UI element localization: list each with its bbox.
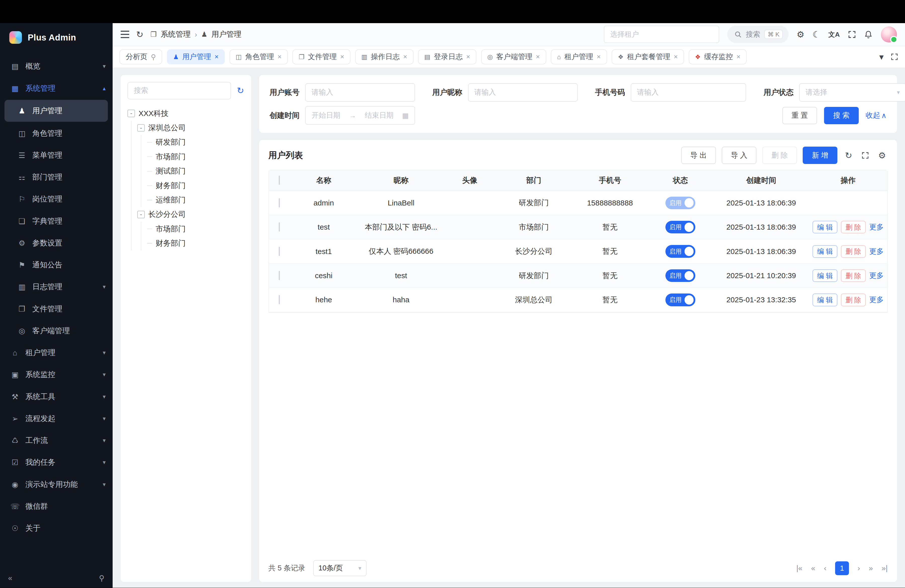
more-button[interactable]: 更多 <box>869 246 884 256</box>
table-refresh-icon[interactable]: ↻ <box>843 150 854 161</box>
sidebar-item-system-monitor[interactable]: ▣系统监控▾ <box>0 364 113 386</box>
row-checkbox[interactable] <box>279 198 280 208</box>
pin-icon[interactable]: ⚲ <box>151 53 156 61</box>
hamburger-menu-icon[interactable] <box>121 31 129 38</box>
fullscreen-icon[interactable] <box>848 30 856 38</box>
collapse-sidebar-icon[interactable]: « <box>8 574 12 582</box>
sidebar-item-wechat-group[interactable]: ☏微信群 <box>0 496 113 517</box>
tree-search-input[interactable]: 搜索 <box>127 82 231 99</box>
date-range-input[interactable]: 开始日期 → 结束日期 ▦ <box>305 106 415 124</box>
status-toggle[interactable]: 启用 <box>665 269 695 282</box>
sidebar-item-param-settings[interactable]: ⚙参数设置 <box>0 232 113 254</box>
notifications-bell-icon[interactable] <box>864 30 873 39</box>
first-page-icon[interactable]: |« <box>796 564 802 572</box>
close-icon[interactable]: × <box>466 53 470 61</box>
sidebar-item-tenant-mgmt[interactable]: ⌂租户管理▾ <box>0 342 113 364</box>
tree-expander-icon[interactable]: - <box>127 110 135 117</box>
tree-leaf[interactable]: 测试部门 <box>147 164 244 178</box>
import-button[interactable]: 导 入 <box>722 147 756 164</box>
sidebar-item-system-mgmt[interactable]: ▦系统管理▴ <box>0 78 113 99</box>
tab-tenant-mgmt[interactable]: ⌂租户管理× <box>551 49 607 64</box>
row-checkbox[interactable] <box>279 295 280 304</box>
translate-icon[interactable]: 文A <box>828 31 840 38</box>
app-logo[interactable]: Plus Admin <box>0 23 113 52</box>
fast-prev-page-icon[interactable]: « <box>811 564 815 572</box>
sidebar-item-menu-mgmt[interactable]: ☰菜单管理 <box>0 145 113 166</box>
refresh-page-icon[interactable]: ↻ <box>136 30 143 39</box>
tab-file-mgmt[interactable]: ❐文件管理× <box>292 49 351 64</box>
sidebar-item-demo-features[interactable]: ◉演示站专用功能▾ <box>0 473 113 495</box>
tab-op-log[interactable]: ▥操作日志× <box>355 49 414 64</box>
next-page-icon[interactable]: › <box>857 564 860 572</box>
close-icon[interactable]: × <box>340 53 344 61</box>
sidebar-item-my-tasks[interactable]: ☑我的任务▾ <box>0 451 113 473</box>
sidebar-item-file-mgmt[interactable]: ❐文件管理 <box>0 298 113 320</box>
tree-node[interactable]: -深圳总公司 <box>137 121 244 135</box>
edit-row-button[interactable]: 编 辑 <box>813 221 837 234</box>
sidebar-item-overview[interactable]: ▤概览▾ <box>0 55 113 77</box>
current-page-button[interactable]: 1 <box>835 561 849 575</box>
delete-row-button[interactable]: 删 除 <box>841 294 866 306</box>
delete-button[interactable]: 删 除 <box>762 147 797 164</box>
dark-mode-moon-icon[interactable]: ☾ <box>813 30 820 39</box>
row-checkbox[interactable] <box>279 247 280 256</box>
last-page-icon[interactable]: »| <box>882 564 888 572</box>
nickname-input[interactable]: 请输入 <box>468 83 578 102</box>
sidebar-item-role-mgmt[interactable]: ◫角色管理 <box>0 122 113 145</box>
status-toggle[interactable]: 启用 <box>665 294 695 306</box>
add-button[interactable]: 新 增 <box>803 147 837 164</box>
close-icon[interactable]: × <box>736 53 740 61</box>
tree-leaf[interactable]: 市场部门 <box>147 149 244 164</box>
search-button[interactable]: 搜 索 <box>824 107 859 124</box>
close-icon[interactable]: × <box>674 53 678 61</box>
sidebar-item-about[interactable]: ☉关于 <box>0 517 113 539</box>
tree-expander-icon[interactable]: - <box>137 211 145 218</box>
delete-row-button[interactable]: 删 除 <box>841 269 866 282</box>
account-input[interactable]: 请输入 <box>305 83 415 102</box>
tab-login-log[interactable]: ▤登录日志× <box>418 49 476 64</box>
tree-refresh-icon[interactable]: ↻ <box>237 86 244 95</box>
tab-user-mgmt[interactable]: ♟用户管理× <box>167 49 225 64</box>
page-size-select[interactable]: 10条/页 ▾ <box>313 560 366 576</box>
sidebar-item-notice[interactable]: ⚑通知公告 <box>0 254 113 276</box>
tab-tenant-package-mgmt[interactable]: ❖租户套餐管理× <box>611 49 684 64</box>
tab-analysis[interactable]: 分析页⚲ <box>119 49 162 64</box>
tab-cache-monitor[interactable]: ❖缓存监控× <box>689 49 747 64</box>
select-all-checkbox[interactable] <box>279 176 280 185</box>
close-icon[interactable]: × <box>214 53 219 61</box>
delete-row-button[interactable]: 删 除 <box>841 245 866 258</box>
more-button[interactable]: 更多 <box>869 295 884 305</box>
close-icon[interactable]: × <box>597 53 600 61</box>
edit-row-button[interactable]: 编 辑 <box>813 294 837 306</box>
sidebar-item-client-mgmt[interactable]: ◎客户端管理 <box>0 320 113 342</box>
edit-row-button[interactable]: 编 辑 <box>813 245 837 258</box>
sidebar-item-workflow[interactable]: ♺工作流▾ <box>0 429 113 451</box>
tree-node[interactable]: -XXX科技 <box>127 106 244 121</box>
table-fullscreen-icon[interactable] <box>860 152 871 159</box>
more-button[interactable]: 更多 <box>869 271 884 281</box>
close-icon[interactable]: × <box>536 53 540 61</box>
sidebar-item-process-start[interactable]: ➢流程发起▾ <box>0 408 113 429</box>
reset-button[interactable]: 重 置 <box>782 107 817 124</box>
sidebar-item-log-mgmt[interactable]: ▥日志管理▾ <box>0 276 113 298</box>
tab-list-dropdown-icon[interactable]: ▾ <box>880 52 884 61</box>
close-icon[interactable]: × <box>278 53 281 61</box>
tree-expander-icon[interactable]: - <box>137 124 145 132</box>
column-settings-gear-icon[interactable]: ⚙ <box>876 150 888 161</box>
global-search-button[interactable]: 搜索 ⌘ K <box>727 25 789 43</box>
status-toggle[interactable]: 启用 <box>665 221 695 234</box>
edit-row-button[interactable]: 编 辑 <box>813 269 837 282</box>
fast-next-page-icon[interactable]: » <box>869 564 873 572</box>
content-fullscreen-icon[interactable] <box>891 53 898 60</box>
tab-role-mgmt[interactable]: ◫角色管理× <box>230 49 288 64</box>
settings-gear-icon[interactable]: ⚙ <box>797 30 805 39</box>
user-avatar[interactable] <box>881 26 897 43</box>
close-icon[interactable]: × <box>403 53 407 61</box>
tenant-select-input[interactable]: 选择租户 <box>604 25 719 43</box>
sidebar-item-post-mgmt[interactable]: ⚐岗位管理 <box>0 188 113 210</box>
pin-sidebar-icon[interactable]: ⚲ <box>99 574 105 582</box>
row-checkbox[interactable] <box>279 222 280 232</box>
sidebar-item-dict-mgmt[interactable]: ❏字典管理 <box>0 210 113 232</box>
export-button[interactable]: 导 出 <box>681 147 716 164</box>
sidebar-item-user-mgmt[interactable]: ♟用户管理 <box>5 100 108 122</box>
